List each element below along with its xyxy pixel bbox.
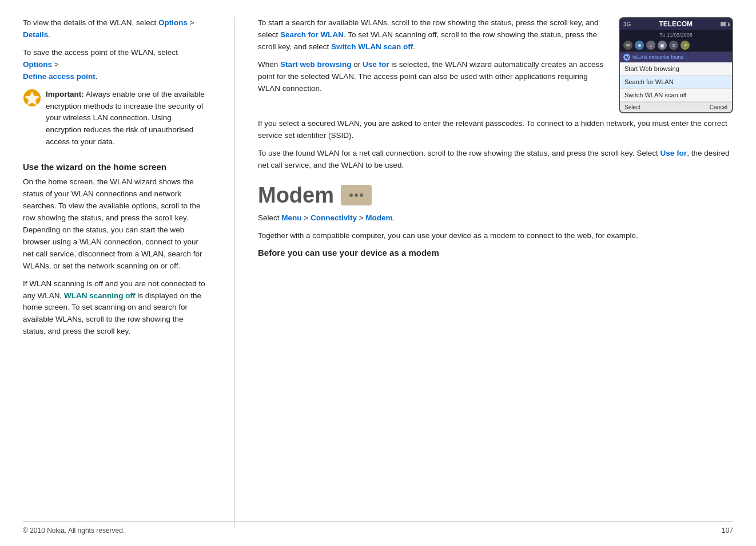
important-text: Important: Always enable one of the avai… [46, 89, 206, 149]
important-star-icon [23, 89, 41, 107]
page-number: 107 [722, 527, 733, 535]
phone-icon-arrow: ↗ [681, 41, 690, 50]
phone-top-bar: 3G TELECOM [620, 18, 732, 30]
phone-icons-row: ✉ ⊕ ♪ ▣ ⊙ ↗ [620, 39, 732, 52]
phone-menu: Start Web browsing Search for WLAN Switc… [620, 62, 732, 102]
phone-cancel: Cancel [710, 104, 727, 110]
net-call-use-link[interactable]: Use for [660, 149, 687, 157]
options-link-1[interactable]: Options [158, 18, 188, 27]
connectivity-link[interactable]: Connectivity [311, 213, 357, 222]
phone-wlan-bar: W WLAN networks found [620, 52, 732, 62]
modem-dot-1 [349, 193, 353, 197]
left-column: To view the details of the WLAN, select … [23, 17, 217, 529]
copyright: © 2010 Nokia. All rights reserved. [23, 527, 125, 535]
modem-section: Modem Select Menu > Connectivity > Modem… [258, 183, 733, 258]
phone-date: Tu 11/03/2008 [659, 32, 693, 38]
secured-para: If you select a secured WLAN, you are as… [258, 118, 733, 142]
when-para: When Start web browsing or Use for is se… [258, 59, 607, 95]
modem-title: Modem [258, 183, 334, 208]
right-top-section: To start a search for available WLANs, s… [258, 17, 733, 113]
right-text-area: To start a search for available WLANs, s… [258, 17, 607, 113]
phone-select: Select [624, 104, 640, 110]
column-divider [234, 17, 235, 529]
modem-desc: Together with a compatible computer, you… [258, 230, 733, 242]
modem-subheading: Before you can use your device as a mode… [258, 248, 733, 258]
phone-carrier: TELECOM [631, 20, 721, 28]
phone-battery-fill [721, 22, 726, 26]
right-column: To start a search for available WLANs, s… [252, 17, 733, 529]
phone-mockup: 3G TELECOM Tu 11/03/2008 ✉ ⊕ ♪ ▣ ⊙ ↗ [619, 17, 733, 113]
phone-network-type: 3G [623, 21, 631, 27]
modem-dot-3 [360, 193, 363, 197]
modem-title-row: Modem [258, 183, 733, 208]
phone-menu-item-1: Search for WLAN [620, 76, 732, 89]
phone-icon-clock: ⊙ [669, 41, 678, 50]
phone-menu-item-2: Switch WLAN scan off [620, 89, 732, 102]
modem-link[interactable]: Modem [365, 213, 392, 222]
menu-link[interactable]: Menu [281, 213, 301, 222]
phone-footer: Select Cancel [620, 102, 732, 112]
phone-icon-music: ♪ [646, 41, 655, 50]
define-access-link[interactable]: Define access point [23, 72, 96, 81]
start-web-link[interactable]: Start web browsing [280, 60, 352, 69]
wizard-heading: Use the wizard on the home screen [23, 162, 206, 172]
modem-icon [341, 185, 372, 205]
wlan-scanning-off-link[interactable]: WLAN scanning off [64, 291, 136, 300]
phone-icon-envelope: ✉ [623, 41, 632, 50]
details-link[interactable]: Details [23, 30, 48, 39]
phone-wlan-label: WLAN networks found [632, 54, 684, 60]
wizard-para2: If WLAN scanning is off and you are not … [23, 278, 206, 338]
wlan-icon: W [623, 54, 630, 61]
switch-wlan-link[interactable]: Switch WLAN scan off [331, 42, 413, 51]
use-for-link[interactable]: Use for [363, 60, 389, 69]
para-save-access: To save the access point of the WLAN, se… [23, 47, 206, 83]
net-call-para: To use the found WLAN for a net call con… [258, 148, 733, 172]
search-wlan-link[interactable]: Search for WLAN [280, 30, 344, 39]
page-footer: © 2010 Nokia. All rights reserved. 107 [23, 521, 733, 535]
phone-icon-image: ▣ [658, 41, 667, 50]
options-link-2[interactable]: Options [23, 60, 52, 69]
phone-icon-globe: ⊕ [635, 41, 644, 50]
para-view-details: To view the details of the WLAN, select … [23, 17, 206, 41]
wizard-para1: On the home screen, the WLAN wizard show… [23, 176, 206, 272]
search-para: To start a search for available WLANs, s… [258, 17, 607, 53]
phone-menu-item-0: Start Web browsing [620, 62, 732, 76]
phone-date-bar: Tu 11/03/2008 [620, 30, 732, 39]
modem-dots [349, 193, 363, 197]
modem-select-line: Select Menu > Connectivity > Modem. [258, 212, 733, 224]
phone-battery-icon [721, 22, 729, 26]
modem-dot-2 [355, 193, 358, 197]
important-box: Important: Always enable one of the avai… [23, 89, 206, 155]
